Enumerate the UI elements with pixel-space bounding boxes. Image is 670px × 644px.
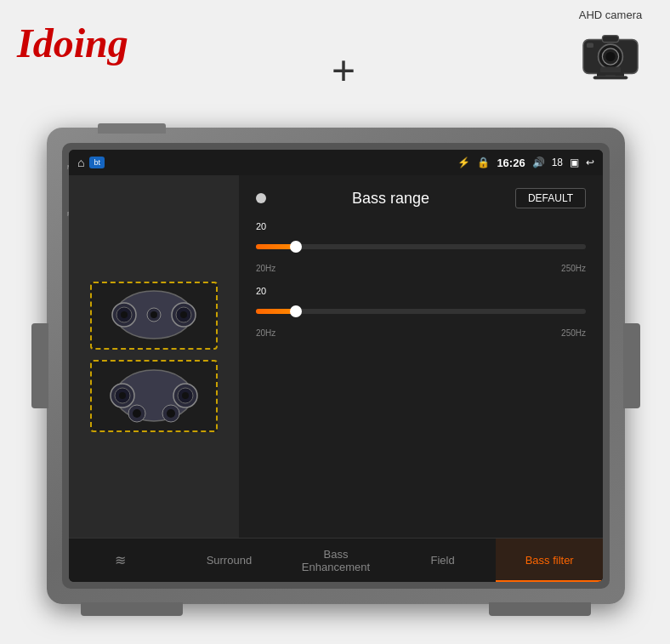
unit-frame: MIC RST ⌂ bt ⚡ 🔒 16:26 🔊 18 ▣ (47, 128, 625, 604)
default-button[interactable]: DEFAULT (515, 188, 586, 208)
status-time: 16:26 (497, 157, 525, 169)
window-icon: ▣ (570, 157, 579, 168)
field-label: Field (430, 554, 454, 567)
back-icon[interactable]: ↩ (586, 157, 594, 168)
unit-inner: MIC RST ⌂ bt ⚡ 🔒 16:26 🔊 18 ▣ (62, 143, 610, 589)
slider1-max: 250Hz (561, 264, 586, 273)
bottom-tabs: ≋ Surround BassEnhancement Field Bass fi… (69, 538, 603, 582)
slider2-min: 20Hz (256, 328, 275, 338)
speaker-box-front (90, 282, 218, 350)
bluetooth-icon: ⚡ (457, 157, 470, 168)
frame-ear-right (623, 323, 640, 408)
tab-bass-filter[interactable]: Bass filter (496, 539, 603, 582)
front-speakers-diagram (99, 288, 209, 343)
slider-row-2: 20 20Hz 250Hz (256, 286, 586, 338)
top-area: Idoing + AHD camera (0, 0, 670, 136)
slider2-labels: 20Hz 250Hz (256, 328, 586, 338)
svg-point-22 (119, 392, 126, 399)
tab-field[interactable]: Field (389, 539, 497, 582)
frame-tab-bottom-right (489, 602, 591, 616)
home-icon[interactable]: ⌂ (77, 156, 84, 169)
slider1-labels: 20Hz 250Hz (256, 264, 586, 273)
slider2-value: 20 (256, 286, 586, 296)
svg-point-3 (605, 52, 615, 61)
screen: ⌂ bt ⚡ 🔒 16:26 🔊 18 ▣ ↩ (69, 150, 603, 582)
bt-icon: bt (89, 157, 105, 168)
svg-point-18 (150, 311, 157, 318)
status-left: ⌂ bt (77, 156, 105, 169)
surround-label: Surround (207, 554, 252, 567)
frame-tab-top (98, 123, 166, 134)
bass-enhancement-label: BassEnhancement (302, 548, 370, 573)
svg-point-16 (180, 311, 187, 318)
equalizer-icon: ≋ (115, 552, 126, 568)
ahd-camera-area: AHD camera (576, 9, 644, 81)
tab-bass-enhancement[interactable]: BassEnhancement (282, 539, 389, 582)
slider2-thumb[interactable] (290, 305, 302, 317)
svg-point-27 (133, 409, 141, 418)
slider1-thumb[interactable] (290, 241, 302, 253)
slider-section-1: 20 20Hz 250Hz (256, 221, 586, 273)
bass-range-label: Bass range (266, 190, 515, 208)
slider2-track (256, 309, 586, 314)
slider1-value: 20 (256, 221, 586, 231)
brand-logo: Idoing (17, 20, 128, 66)
slider1-container[interactable] (256, 235, 586, 259)
slider-row-1: 20 20Hz 250Hz (256, 221, 586, 273)
bass-filter-label: Bass filter (525, 554, 574, 567)
volume-icon: 🔊 (532, 157, 545, 168)
svg-point-25 (182, 392, 189, 399)
svg-rect-7 (587, 43, 593, 48)
tab-surround[interactable]: Surround (176, 539, 283, 582)
controls-header: Bass range DEFAULT (256, 188, 586, 208)
speaker-box-rear (90, 360, 218, 432)
svg-rect-9 (593, 77, 627, 79)
slider2-container[interactable] (256, 299, 586, 323)
tab-equalizer[interactable]: ≋ (69, 539, 176, 582)
signal-strength: 18 (552, 157, 563, 168)
slider-section-2: 20 20Hz 250Hz (256, 286, 586, 338)
frame-tab-bottom-left (81, 602, 183, 616)
plus-sign: + (332, 47, 355, 94)
lock-icon: 🔒 (477, 157, 490, 168)
slider2-max: 250Hz (561, 328, 586, 338)
speaker-panel (69, 175, 239, 538)
frame-ear-left (31, 323, 48, 408)
slider1-track (256, 244, 586, 249)
camera-icon (576, 26, 644, 81)
status-right: ⚡ 🔒 16:26 🔊 18 ▣ ↩ (457, 157, 594, 169)
status-bar: ⌂ bt ⚡ 🔒 16:26 🔊 18 ▣ ↩ (69, 150, 603, 175)
ahd-camera-label: AHD camera (579, 9, 642, 21)
svg-point-29 (167, 409, 175, 418)
dot-indicator (256, 193, 266, 203)
main-content: Bass range DEFAULT 20 (69, 175, 603, 538)
svg-rect-6 (602, 36, 618, 43)
controls-panel: Bass range DEFAULT 20 (239, 175, 603, 538)
slider1-min: 20Hz (256, 264, 275, 273)
svg-point-13 (121, 311, 128, 318)
rear-speakers-diagram (99, 366, 209, 425)
